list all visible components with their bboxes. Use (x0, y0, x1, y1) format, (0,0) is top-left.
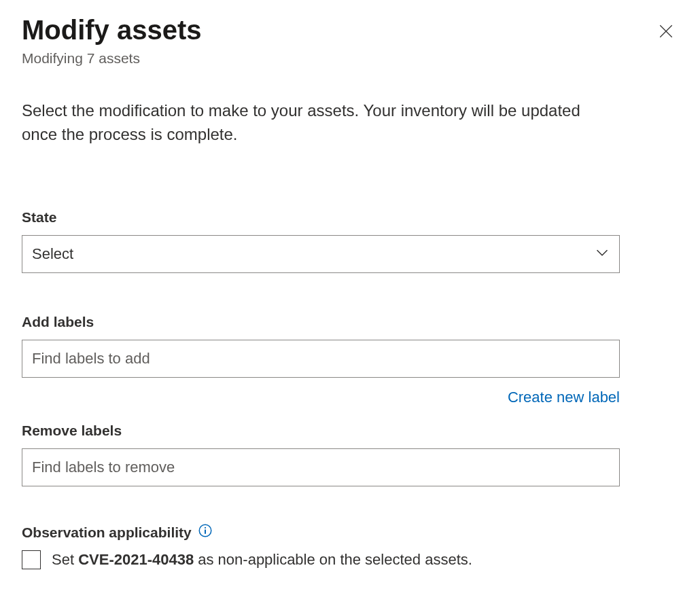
observation-checkbox[interactable] (22, 550, 41, 569)
header-block: Modify assets Modifying 7 assets (22, 14, 202, 67)
info-icon[interactable] (198, 524, 212, 537)
add-labels-label: Add labels (22, 314, 678, 330)
remove-labels-label: Remove labels (22, 423, 678, 439)
remove-labels-input[interactable] (22, 448, 620, 486)
state-select-value: Select (32, 245, 73, 263)
observation-label: Observation applicability (22, 524, 678, 541)
page-title: Modify assets (22, 14, 202, 46)
state-select[interactable]: Select (22, 235, 620, 273)
remove-labels-field-group: Remove labels (22, 423, 678, 486)
checkbox-text-suffix: as non-applicable on the selected assets… (194, 551, 472, 568)
description-text: Select the modification to make to your … (22, 99, 620, 147)
observation-label-text: Observation applicability (22, 524, 192, 541)
observation-checkbox-label: Set CVE-2021-40438 as non-applicable on … (52, 551, 472, 569)
checkbox-text-bold: CVE-2021-40438 (78, 551, 194, 568)
checkbox-text-prefix: Set (52, 551, 78, 568)
close-button[interactable] (654, 19, 678, 46)
svg-point-3 (205, 527, 206, 528)
state-label: State (22, 209, 678, 226)
create-new-label-link[interactable]: Create new label (508, 389, 620, 406)
add-labels-field-group: Add labels Create new label (22, 314, 678, 406)
svg-rect-4 (205, 529, 206, 533)
page-subtitle: Modifying 7 assets (22, 50, 202, 67)
state-field-group: State Select (22, 209, 678, 273)
observation-field-group: Observation applicability Set CVE-2021-4… (22, 524, 678, 569)
close-icon (659, 30, 673, 40)
add-labels-input[interactable] (22, 340, 620, 378)
